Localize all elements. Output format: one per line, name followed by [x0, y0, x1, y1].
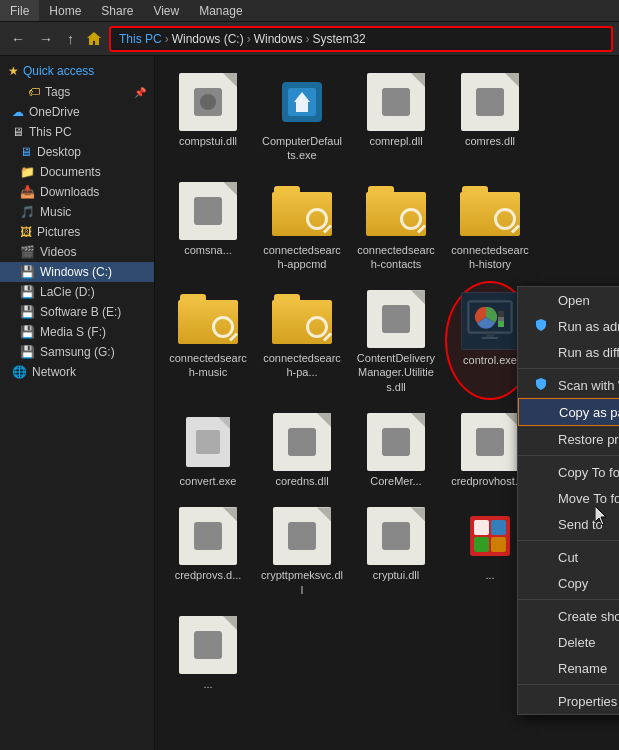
network-label: Network: [32, 365, 76, 379]
file-crypttpmeksvc[interactable]: crypttpmeksvc.dll: [257, 498, 347, 603]
ctx-copy-path-label: Copy as path: [559, 405, 619, 420]
ctx-rename[interactable]: Rename: [518, 655, 619, 681]
folder-icon: [272, 186, 332, 236]
file-credprovs[interactable]: credprovs.d...: [163, 498, 253, 603]
ctx-delete[interactable]: Delete: [518, 629, 619, 655]
menu-view[interactable]: View: [143, 0, 189, 21]
sidebar-item-this-pc[interactable]: 🖥 This PC: [0, 122, 154, 142]
file-name: convert.exe: [180, 474, 237, 488]
onedrive-label: OneDrive: [29, 105, 80, 119]
ctx-scan-defender[interactable]: Scan with Windows Defender...: [518, 372, 619, 398]
back-button[interactable]: ←: [6, 29, 30, 49]
downloads-label: Downloads: [40, 185, 99, 199]
sidebar-item-onedrive[interactable]: ☁ OneDrive: [0, 102, 154, 122]
file-computerdefaults[interactable]: ComputerDefaults.exe: [257, 64, 347, 169]
tags-label: Tags: [45, 85, 70, 99]
ctx-copy[interactable]: Copy: [518, 570, 619, 596]
sidebar-item-videos[interactable]: 🎬 Videos: [0, 242, 154, 262]
ctx-rename-label: Rename: [558, 661, 607, 676]
sidebar-item-downloads[interactable]: 📥 Downloads: [0, 182, 154, 202]
ctx-copy-to[interactable]: Copy To folder...: [518, 459, 619, 485]
sidebar-item-music[interactable]: 🎵 Music: [0, 202, 154, 222]
file-comsna[interactable]: comsna...: [163, 173, 253, 278]
control-icon: [461, 292, 519, 350]
ctx-create-shortcut[interactable]: Create shortcut: [518, 603, 619, 629]
dll-icon: [179, 73, 237, 131]
ctx-cut[interactable]: Cut: [518, 544, 619, 570]
sidebar-item-media-s[interactable]: 💾 Media S (F:): [0, 322, 154, 342]
music-icon: 🎵: [20, 205, 35, 219]
file-comres[interactable]: comres.dll: [445, 64, 535, 169]
file-connectedsearch-contacts[interactable]: connectedsearch-contacts: [351, 173, 441, 278]
file-name: ...: [203, 677, 212, 691]
file-name: ContentDeliveryManager.Utilities.dll: [355, 351, 437, 394]
dll-icon: [273, 413, 331, 471]
sidebar: ★ Quick access 🏷 Tags 📌 ☁ OneDrive 🖥 Thi…: [0, 56, 155, 750]
ctx-restore-label: Restore previous versions: [558, 432, 619, 447]
ctx-restore-versions[interactable]: Restore previous versions: [518, 426, 619, 452]
ctx-copy-to-label: Copy To folder...: [558, 465, 619, 480]
delete-icon: [534, 634, 550, 650]
sidebar-item-software-b[interactable]: 💾 Software B (E:): [0, 302, 154, 322]
up-button[interactable]: ↑: [62, 29, 79, 49]
menu-manage[interactable]: Manage: [189, 0, 252, 21]
ctx-properties[interactable]: Properties: [518, 688, 619, 714]
file-coredns[interactable]: coredns.dll: [257, 404, 347, 494]
file-name: connectedsearch-history: [449, 243, 531, 272]
sidebar-item-tags[interactable]: 🏷 Tags 📌: [0, 82, 154, 102]
svg-rect-9: [498, 321, 504, 327]
ctx-send-to[interactable]: Send to ›: [518, 511, 619, 537]
file-name: CoreMer...: [370, 474, 421, 488]
file-connectedsearch-pa[interactable]: connectedsearch-pa...: [257, 281, 347, 400]
documents-icon: 📁: [20, 165, 35, 179]
ctx-run-different[interactable]: Run as different user: [518, 339, 619, 365]
file-bottom2[interactable]: ...: [163, 607, 253, 697]
file-connectedsearch-music[interactable]: connectedsearch-music: [163, 281, 253, 400]
sidebar-item-network[interactable]: 🌐 Network: [0, 362, 154, 382]
downloads-icon: 📥: [20, 185, 35, 199]
address-path[interactable]: This PC › Windows (C:) › Windows › Syste…: [109, 26, 613, 52]
file-convert[interactable]: convert.exe: [163, 404, 253, 494]
menu-bar: File Home Share View Manage: [0, 0, 619, 22]
file-connectedsearch-history[interactable]: connectedsearch-history: [445, 173, 535, 278]
ctx-run-admin[interactable]: Run as administrator: [518, 313, 619, 339]
home-icon[interactable]: [83, 28, 105, 50]
dll-icon: [461, 413, 519, 471]
sidebar-item-lacie-d[interactable]: 💾 LaCie (D:): [0, 282, 154, 302]
sidebar-item-samsung-g[interactable]: 💾 Samsung (G:): [0, 342, 154, 362]
file-name: ComputerDefaults.exe: [261, 134, 343, 163]
ctx-copy-path[interactable]: Copy as path: [518, 398, 619, 426]
ctx-separator-2: [518, 455, 619, 456]
file-contentdelivery[interactable]: ContentDeliveryManager.Utilities.dll: [351, 281, 441, 400]
sidebar-item-pictures[interactable]: 🖼 Pictures: [0, 222, 154, 242]
sidebar-item-documents[interactable]: 📁 Documents: [0, 162, 154, 182]
shield-icon: [534, 318, 550, 334]
menu-home[interactable]: Home: [39, 0, 91, 21]
pin-icon: 📌: [134, 87, 146, 98]
path-windows-c: Windows (C:): [172, 32, 244, 46]
menu-share[interactable]: Share: [91, 0, 143, 21]
copy-to-icon: [534, 464, 550, 480]
scan-icon: [534, 377, 550, 393]
menu-file[interactable]: File: [0, 0, 39, 21]
copy-path-icon: [535, 404, 551, 420]
forward-button[interactable]: →: [34, 29, 58, 49]
file-name: control.exe: [463, 353, 517, 367]
file-connectedsearch-appcmd[interactable]: connectedsearch-appcmd: [257, 173, 347, 278]
sidebar-item-windows-c[interactable]: 💾 Windows (C:): [0, 262, 154, 282]
rename-icon: [534, 660, 550, 676]
sidebar-item-desktop[interactable]: 🖥 Desktop: [0, 142, 154, 162]
file-comrepl[interactable]: comrepl.dll: [351, 64, 441, 169]
star-icon: ★: [8, 64, 19, 78]
file-coremer[interactable]: CoreMer...: [351, 404, 441, 494]
tag-icon: 🏷: [28, 85, 40, 99]
software-b-label: Software B (E:): [40, 305, 121, 319]
file-compstui[interactable]: compstui.dll: [163, 64, 253, 169]
move-to-icon: [534, 490, 550, 506]
dll-icon: [367, 73, 425, 131]
ctx-move-to[interactable]: Move To folder...: [518, 485, 619, 511]
sidebar-item-quick-access[interactable]: ★ Quick access: [0, 60, 154, 82]
file-cryptui[interactable]: cryptui.dll: [351, 498, 441, 603]
ctx-open[interactable]: Open: [518, 287, 619, 313]
context-menu: Open Run as administrator Run as differe…: [517, 286, 619, 715]
